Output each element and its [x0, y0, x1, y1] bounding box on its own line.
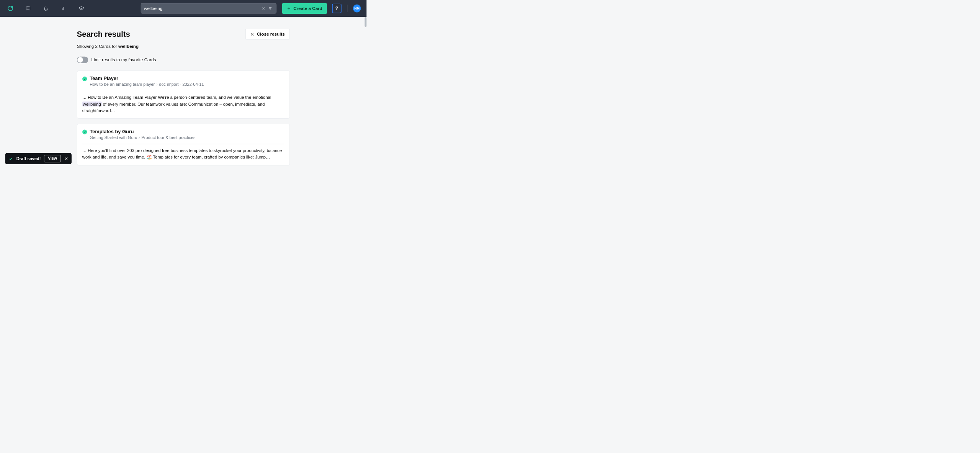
clear-search-icon[interactable]: [260, 7, 267, 10]
nav-left-group: [6, 4, 86, 13]
search-box[interactable]: [141, 3, 276, 14]
favorites-toggle[interactable]: [77, 57, 88, 63]
result-breadcrumb: How to be an amazing team player›doc imp…: [90, 82, 204, 87]
page-title: Search results: [77, 30, 245, 39]
analytics-icon[interactable]: [59, 4, 68, 13]
result-card[interactable]: Templates by Guru Getting Started with G…: [77, 124, 290, 165]
toast-close-icon[interactable]: [64, 157, 69, 161]
svg-marker-3: [79, 7, 83, 9]
scrollbar[interactable]: [365, 17, 367, 27]
close-results-button[interactable]: Close results: [245, 29, 290, 40]
divider: [82, 91, 284, 91]
help-button[interactable]: ?: [332, 4, 341, 13]
user-avatar[interactable]: NM: [353, 5, 361, 13]
verified-icon: [82, 77, 87, 81]
create-card-label: Create a Card: [293, 6, 322, 11]
result-title: Templates by Guru: [90, 129, 195, 134]
collections-icon[interactable]: [77, 4, 86, 13]
result-breadcrumb: Getting Started with Guru›Product tour &…: [90, 135, 195, 140]
filter-icon[interactable]: [267, 6, 273, 10]
favorites-toggle-label: Limit results to my favorite Cards: [91, 57, 156, 62]
bell-icon[interactable]: [41, 4, 51, 13]
close-results-label: Close results: [257, 31, 285, 36]
top-nav: Create a Card ? NM: [0, 0, 366, 17]
results-summary: Showing 2 Cards for wellbeing: [77, 44, 290, 49]
divider: [347, 5, 348, 12]
verified-icon: [82, 130, 87, 134]
result-title: Team Player: [90, 75, 204, 81]
check-icon: [8, 156, 13, 161]
guru-logo-icon[interactable]: [6, 4, 15, 13]
toast-view-button[interactable]: View: [44, 155, 61, 162]
result-snippet: … Here you'll find over 203 pro-designed…: [82, 147, 284, 160]
create-card-button[interactable]: Create a Card: [282, 3, 327, 14]
toast-notification: Draft saved! View: [5, 153, 72, 164]
divider: [82, 144, 284, 144]
result-card[interactable]: Team Player How to be an amazing team pl…: [77, 71, 290, 119]
result-snippet: … How to Be an Amazing Team Player We're…: [82, 94, 284, 114]
book-icon[interactable]: [23, 4, 33, 13]
toast-message: Draft saved!: [16, 156, 41, 161]
search-input[interactable]: [144, 6, 260, 11]
